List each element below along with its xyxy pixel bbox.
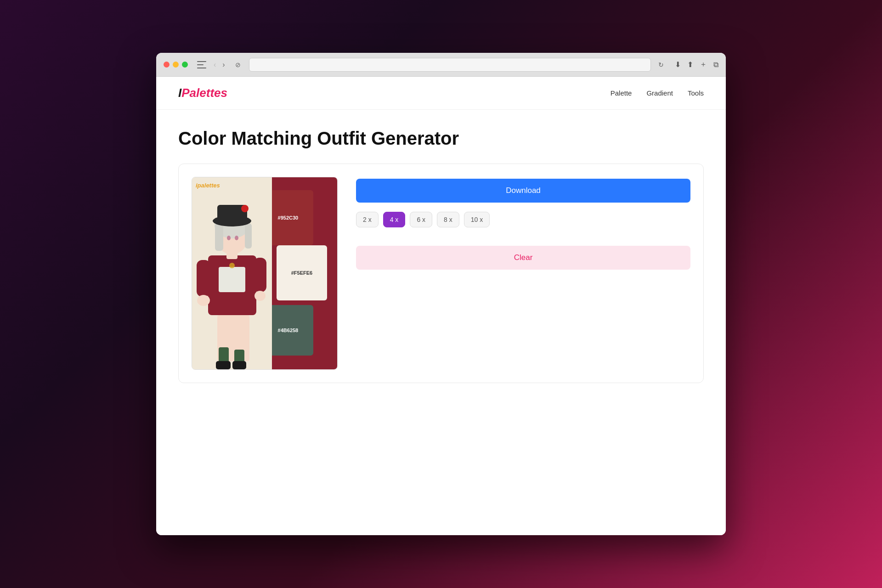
svg-rect-21 bbox=[216, 361, 231, 369]
svg-point-23 bbox=[229, 263, 235, 268]
download-button[interactable]: Download bbox=[356, 179, 690, 203]
count-6x-button[interactable]: 6 x bbox=[410, 212, 432, 227]
site-header: IPalettes Palette Gradient Tools bbox=[156, 77, 726, 110]
color-label-1: #952C30 bbox=[278, 215, 299, 220]
svg-point-14 bbox=[235, 236, 238, 240]
new-tab-icon[interactable]: ＋ bbox=[700, 60, 707, 69]
color-swatch-1: #952C30 bbox=[272, 190, 313, 245]
traffic-lights bbox=[164, 62, 188, 68]
nav-palette[interactable]: Palette bbox=[611, 89, 632, 97]
svg-rect-8 bbox=[215, 223, 223, 251]
color-swatch-2: #F5EFE6 bbox=[277, 245, 327, 300]
svg-point-13 bbox=[227, 236, 231, 240]
svg-rect-9 bbox=[245, 223, 252, 249]
character-panel: ipalettes bbox=[192, 177, 272, 370]
color-swatch-3: #4B6258 bbox=[272, 305, 313, 356]
maximize-button[interactable] bbox=[182, 62, 188, 68]
count-8x-button[interactable]: 8 x bbox=[437, 212, 459, 227]
nav-arrows: ‹ › bbox=[212, 60, 227, 70]
share-icon[interactable]: ⬆ bbox=[687, 60, 693, 69]
svg-point-17 bbox=[197, 295, 210, 306]
right-panel: Download 2 x 4 x 6 x 8 x 10 x Clear bbox=[356, 177, 690, 270]
sidebar-toggle-button[interactable] bbox=[197, 61, 206, 68]
count-10x-button[interactable]: 10 x bbox=[464, 212, 490, 227]
clear-button[interactable]: Clear bbox=[356, 246, 690, 270]
svg-point-18 bbox=[254, 291, 266, 301]
character-illustration bbox=[192, 177, 272, 370]
browser-window: ‹ › ⊘ ↻ ⬇ ⬆ ＋ ⧉ IPalettes Palette Gradie… bbox=[156, 53, 726, 535]
url-bar[interactable] bbox=[249, 58, 651, 72]
nav-gradient[interactable]: Gradient bbox=[646, 89, 673, 97]
main-card: ipalettes bbox=[178, 164, 704, 383]
svg-rect-16 bbox=[254, 258, 266, 292]
tabs-icon[interactable]: ⧉ bbox=[713, 61, 718, 69]
colors-panel: #952C30 #F5EFE6 #4B6258 bbox=[272, 177, 337, 370]
download-toolbar-icon[interactable]: ⬇ bbox=[675, 60, 681, 69]
browser-content: IPalettes Palette Gradient Tools Color M… bbox=[156, 77, 726, 535]
toolbar-right: ⬇ ⬆ ＋ ⧉ bbox=[675, 60, 718, 69]
ipalettes-watermark: ipalettes bbox=[196, 182, 220, 189]
back-button[interactable]: ‹ bbox=[212, 60, 218, 70]
palette-preview: ipalettes bbox=[192, 177, 338, 370]
forward-button[interactable]: › bbox=[220, 60, 226, 70]
security-icon: ⊘ bbox=[232, 59, 243, 70]
close-button[interactable] bbox=[164, 62, 170, 68]
logo-palettes: Palettes bbox=[181, 86, 227, 100]
svg-rect-4 bbox=[219, 267, 245, 292]
logo: IPalettes bbox=[178, 86, 227, 100]
count-options: 2 x 4 x 6 x 8 x 10 x bbox=[356, 212, 690, 227]
count-4x-button[interactable]: 4 x bbox=[383, 212, 406, 227]
svg-rect-22 bbox=[232, 361, 246, 369]
nav-tools[interactable]: Tools bbox=[688, 89, 704, 97]
svg-rect-15 bbox=[197, 260, 210, 297]
page-title: Color Matching Outfit Generator bbox=[178, 128, 704, 149]
color-label-3: #4B6258 bbox=[278, 328, 299, 333]
color-label-2: #F5EFE6 bbox=[291, 270, 312, 276]
count-2x-button[interactable]: 2 x bbox=[356, 212, 379, 227]
svg-point-12 bbox=[241, 205, 249, 212]
reload-icon[interactable]: ↻ bbox=[658, 61, 664, 68]
site-nav: Palette Gradient Tools bbox=[611, 89, 704, 97]
browser-titlebar: ‹ › ⊘ ↻ ⬇ ⬆ ＋ ⧉ bbox=[156, 53, 726, 77]
minimize-button[interactable] bbox=[173, 62, 179, 68]
page-content: Color Matching Outfit Generator ipalette… bbox=[156, 110, 726, 401]
